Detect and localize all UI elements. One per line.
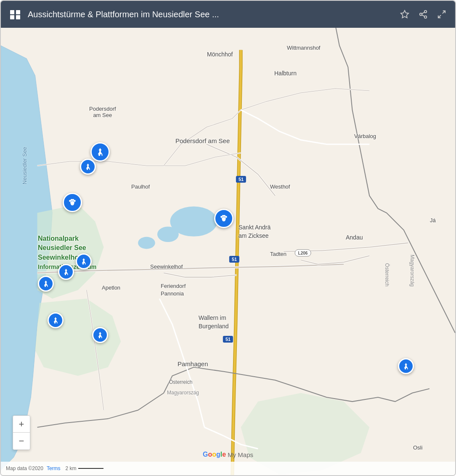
place-wallern: Wallern imBurgenland [199,314,229,330]
place-wittmannshof: Wittmannshof [287,45,320,51]
place-varbalog: Várbalog [354,133,376,139]
marker-tower-3[interactable] [76,253,92,269]
scale-label: 2 km [66,465,77,471]
svg-rect-1 [16,10,20,14]
marker-tower-8[interactable] [398,358,414,374]
terms-link[interactable]: Terms [47,465,61,471]
marker-tower-4[interactable] [58,264,74,280]
fullscreen-button[interactable] [435,8,448,21]
place-frauenkirchen: Podersdorf am See [175,137,230,144]
place-pamhagen: Pamhagen [178,360,208,367]
marker-tower-7[interactable] [92,327,108,343]
zoom-out-button[interactable]: − [13,433,30,449]
svg-point-6 [420,13,422,16]
menu-icon[interactable] [8,7,23,22]
my-maps-label: My Maps [228,451,253,458]
svg-point-15 [138,237,155,249]
map-title: Aussichtstürme & Plattformen im Neusiedl… [28,10,393,19]
svg-rect-3 [16,15,20,19]
place-podersdorf: Podersdorfam See [89,106,116,118]
map-footer: Map data ©2020 Terms 2 km [1,462,455,475]
road-badge-51-top: 51 [236,176,246,183]
star-button[interactable] [398,8,411,21]
marker-tower-5[interactable] [38,276,54,292]
map-container[interactable]: Mönchhof Wittmannshof Halbturn Podersdor… [1,28,455,475]
scale-line [78,468,103,469]
svg-marker-4 [401,11,408,18]
place-magyarorszag: Magyarország [167,390,199,396]
header-bar: Aussichtstürme & Plattformen im Neusiedl… [1,1,455,28]
marker-paw-1[interactable] [63,193,82,212]
svg-line-8 [422,15,424,16]
place-apetlon: Apetlon [102,285,120,291]
marker-tower-2[interactable] [80,159,96,175]
svg-rect-2 [10,15,14,19]
place-seewinkelhof: Seewinkelhof [150,263,183,270]
zoom-in-button[interactable]: + [13,416,30,433]
place-osli: Osli [413,444,422,451]
place-st-andra: Sankt Andräam Zicksee [239,223,270,240]
place-andau: Andau [346,234,363,241]
svg-point-14 [157,226,179,242]
share-button[interactable] [416,8,430,21]
google-branding: Google My Maps [203,451,253,458]
svg-point-19 [74,200,76,202]
svg-line-9 [422,12,424,14]
map-data-credit: Map data ©2020 [6,465,43,471]
place-westhof: Westhof [270,183,290,190]
place-halbturn: Halbturn [274,70,297,77]
scale-bar: 2 km [66,465,103,471]
app-container: Aussichtstürme & Plattformen im Neusiedl… [0,0,456,476]
marker-paw-2[interactable] [214,209,233,228]
place-feriendorf: FeriendorfPannonia [161,282,186,298]
marker-tower-6[interactable] [48,312,64,328]
zoom-controls: + − [13,415,30,450]
svg-line-11 [438,15,441,18]
lake-label: Neusiedler See [21,147,28,184]
place-monchhof: Mönchhof [207,51,233,58]
road-badge-l206: L206 [295,250,311,257]
place-osterreich: Österreich [169,379,192,385]
place-tadten: Tadten [270,251,286,257]
place-paulhof: Paulhof [131,183,150,190]
border-osterreich: Österreich [384,263,390,286]
svg-rect-0 [10,10,14,14]
svg-point-5 [424,11,427,13]
border-magyarorszag2: Magyarország [409,255,415,287]
svg-point-23 [225,216,227,218]
svg-line-10 [443,11,445,13]
road-badge-51-mid: 51 [229,256,239,263]
road-badge-51-low: 51 [223,336,233,343]
place-ja: Já [430,217,436,223]
svg-point-7 [424,16,427,18]
